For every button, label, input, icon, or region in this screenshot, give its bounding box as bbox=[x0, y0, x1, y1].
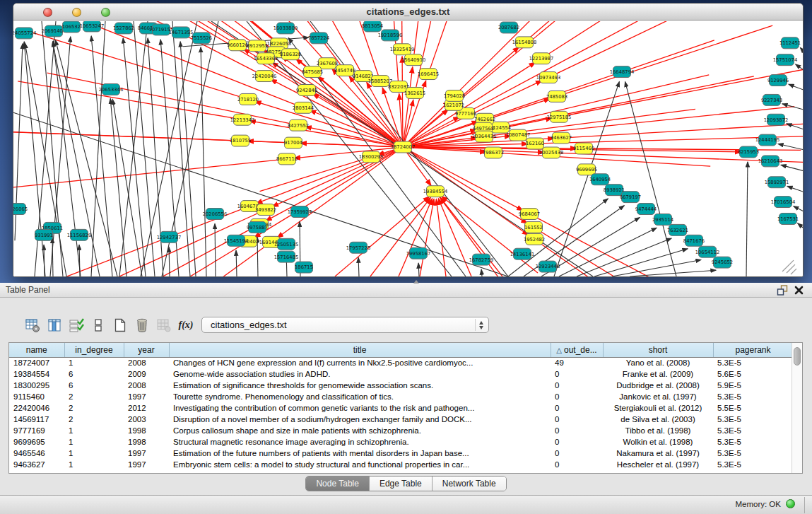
table-cell[interactable]: 22420046 bbox=[9, 402, 64, 414]
table-cell[interactable]: 1997 bbox=[124, 448, 169, 459]
table-cell[interactable]: Changes of HCN gene expression and I(f) … bbox=[169, 357, 551, 368]
table-cell[interactable]: Stergiakouli et al. (2012) bbox=[603, 402, 713, 414]
show-columns-icon[interactable] bbox=[46, 317, 63, 334]
network-canvas[interactable]: 1872400796601268912955182260589827503165… bbox=[13, 21, 803, 276]
table-cell[interactable]: Estimation of significance thresholds fo… bbox=[169, 380, 551, 391]
table-cell[interactable]: 5.3E-5 bbox=[713, 414, 792, 425]
table-cell[interactable]: 5.6E-5 bbox=[713, 368, 792, 380]
tab-node-table[interactable]: Node Table bbox=[306, 477, 370, 491]
table-row[interactable]: 1938455462009Genome-wide association stu… bbox=[9, 368, 792, 380]
table-row[interactable]: 977716911998Corpus callosum shape and si… bbox=[9, 425, 792, 436]
table-cell[interactable]: 2 bbox=[64, 391, 124, 402]
table-cell[interactable]: Tibbo et al. (1998) bbox=[603, 425, 713, 436]
float-panel-icon[interactable] bbox=[777, 285, 788, 296]
table-cell[interactable]: Wolkin et al. (1998) bbox=[603, 436, 713, 448]
column-header-out_de[interactable]: △out_de... bbox=[551, 343, 603, 357]
table-cell[interactable]: 5.3E-5 bbox=[713, 391, 792, 402]
table-cell[interactable]: 6 bbox=[64, 368, 124, 380]
delete-trash-icon[interactable] bbox=[134, 317, 151, 334]
table-cell[interactable]: 2008 bbox=[124, 380, 169, 391]
table-row[interactable]: 1830029562008Estimation of significance … bbox=[9, 380, 792, 391]
network-window[interactable]: citations_edges.txt 18724007966012689129… bbox=[13, 3, 804, 277]
table-cell[interactable]: 2 bbox=[64, 402, 124, 414]
table-row[interactable]: 1456911722003Disruption of a novel membe… bbox=[9, 414, 792, 425]
table-cell[interactable]: 5.3E-5 bbox=[713, 448, 792, 459]
table-cell[interactable]: 5.3E-5 bbox=[713, 459, 792, 470]
close-window-button[interactable] bbox=[43, 8, 52, 17]
table-row[interactable]: 946362711997Embryonic stem cells: a mode… bbox=[9, 459, 792, 470]
function-builder-icon[interactable]: f(x) bbox=[177, 317, 194, 334]
scrollbar-thumb[interactable] bbox=[794, 347, 801, 366]
close-panel-icon[interactable] bbox=[794, 285, 804, 296]
table-cell[interactable]: 9465546 bbox=[9, 448, 64, 459]
table-row[interactable]: 2242004622012Investigating the contribut… bbox=[9, 402, 792, 414]
table-cell[interactable]: 5.5E-5 bbox=[713, 402, 792, 414]
table-cell[interactable]: Structural magnetic resonance image aver… bbox=[169, 436, 551, 448]
table-row[interactable]: 911546021997Tourette syndrome. Phenomeno… bbox=[9, 391, 792, 402]
column-header-year[interactable]: year bbox=[124, 343, 169, 357]
table-cell[interactable]: 0 bbox=[551, 425, 603, 436]
node-table[interactable]: namein_degreeyeartitle△out_de...shortpag… bbox=[9, 343, 792, 470]
table-cell[interactable]: 0 bbox=[551, 448, 603, 459]
table-cell[interactable]: Embryonic stem cells: a model to study s… bbox=[169, 459, 551, 470]
minimize-window-button[interactable] bbox=[72, 8, 81, 17]
table-cell[interactable]: 1998 bbox=[124, 436, 169, 448]
table-cell[interactable]: 0 bbox=[551, 436, 603, 448]
table-cell[interactable]: Genome-wide association studies in ADHD. bbox=[169, 368, 551, 380]
table-cell[interactable]: 6 bbox=[64, 380, 124, 391]
table-cell[interactable]: 18300295 bbox=[9, 380, 64, 391]
table-cell[interactable]: Hescheler et al. (1997) bbox=[603, 459, 713, 470]
zoom-window-button[interactable] bbox=[101, 8, 110, 17]
table-row[interactable]: 969969511998Structural magnetic resonanc… bbox=[9, 436, 792, 448]
table-cell[interactable]: 0 bbox=[551, 402, 603, 414]
table-cell[interactable]: 0 bbox=[551, 380, 603, 391]
table-cell[interactable]: Jankovic et al. (1997) bbox=[603, 391, 713, 402]
table-row[interactable]: 946554611997Estimation of the future num… bbox=[9, 448, 792, 459]
table-cell[interactable]: 5.3E-5 bbox=[713, 436, 792, 448]
table-cell[interactable]: 2 bbox=[64, 414, 124, 425]
table-cell[interactable]: 1998 bbox=[124, 425, 169, 436]
table-scrollbar[interactable] bbox=[792, 343, 802, 473]
table-cell[interactable]: 2009 bbox=[124, 368, 169, 380]
table-cell[interactable]: 9777169 bbox=[9, 425, 64, 436]
select-all-rows-icon[interactable] bbox=[68, 317, 85, 334]
table-cell[interactable]: 0 bbox=[551, 459, 603, 470]
table-cell[interactable]: Investigating the contribution of common… bbox=[169, 402, 551, 414]
table-cell[interactable]: Franke et al. (2009) bbox=[603, 368, 713, 380]
network-window-titlebar[interactable]: citations_edges.txt bbox=[13, 4, 803, 21]
table-cell[interactable]: de Silva et al. (2003) bbox=[603, 414, 713, 425]
table-cell[interactable]: Yano et al. (2008) bbox=[603, 357, 713, 368]
table-cell[interactable]: 0 bbox=[551, 368, 603, 380]
table-cell[interactable]: Nakamura et al. (1997) bbox=[603, 448, 713, 459]
column-header-title[interactable]: title bbox=[169, 343, 551, 357]
table-cell[interactable]: 1 bbox=[64, 425, 124, 436]
table-cell[interactable]: 19384554 bbox=[9, 368, 64, 380]
table-cell[interactable]: 18724007 bbox=[9, 357, 64, 368]
table-cell[interactable]: 1 bbox=[64, 436, 124, 448]
table-cell[interactable]: 0 bbox=[551, 391, 603, 402]
column-header-short[interactable]: short bbox=[603, 343, 713, 357]
table-cell[interactable]: 9115460 bbox=[9, 391, 64, 402]
tab-edge-table[interactable]: Edge Table bbox=[370, 477, 433, 491]
table-cell[interactable]: 9463627 bbox=[9, 459, 64, 470]
table-cell[interactable]: Tourette syndrome. Phenomenology and cla… bbox=[169, 391, 551, 402]
table-cell[interactable]: 1 bbox=[64, 459, 124, 470]
table-cell[interactable]: 14569117 bbox=[9, 414, 64, 425]
table-cell[interactable]: 1 bbox=[64, 448, 124, 459]
table-cell[interactable]: 2003 bbox=[124, 414, 169, 425]
table-cell[interactable]: Dudbridge et al. (2008) bbox=[603, 380, 713, 391]
table-cell[interactable]: 1997 bbox=[124, 459, 169, 470]
table-cell[interactable]: Disruption of a novel member of a sodium… bbox=[169, 414, 551, 425]
table-cell[interactable]: 49 bbox=[551, 357, 603, 368]
table-cell[interactable]: 0 bbox=[551, 414, 603, 425]
row-selection-icon[interactable] bbox=[90, 317, 107, 334]
table-cell[interactable]: 2012 bbox=[124, 402, 169, 414]
table-cell[interactable]: 1997 bbox=[124, 391, 169, 402]
column-header-in_degree[interactable]: in_degree bbox=[64, 343, 124, 357]
column-header-pagerank[interactable]: pagerank bbox=[713, 343, 792, 357]
table-cell[interactable]: 5.9E-5 bbox=[713, 380, 792, 391]
table-row[interactable]: 1872400712008Changes of HCN gene express… bbox=[9, 357, 792, 368]
citation-graph[interactable]: 1872400796601268912955182260589827503165… bbox=[13, 21, 803, 276]
tab-network-table[interactable]: Network Table bbox=[433, 477, 506, 491]
table-selector-dropdown[interactable]: citations_edges.txt bbox=[201, 317, 489, 333]
